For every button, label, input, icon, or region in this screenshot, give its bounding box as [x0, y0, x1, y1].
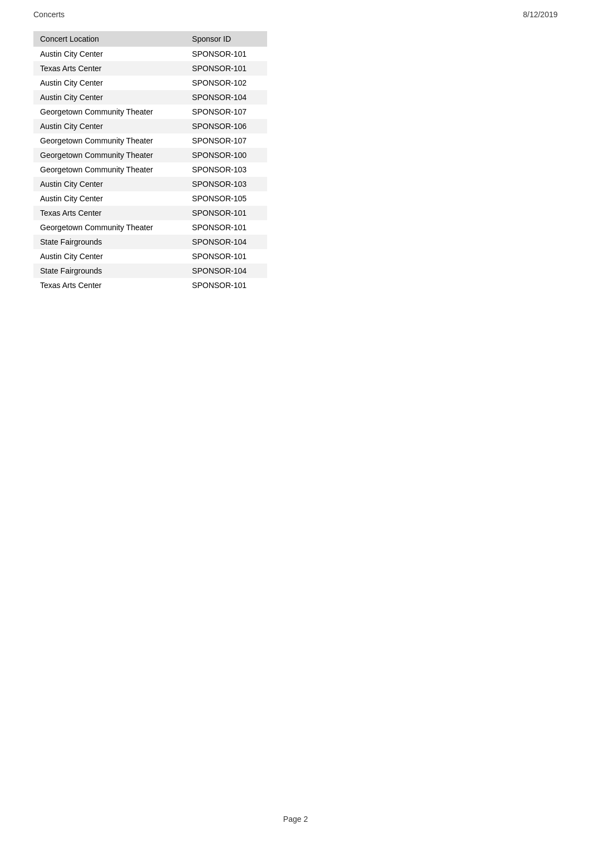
cell-sponsor-id: SPONSOR-101	[185, 249, 267, 264]
cell-sponsor-id: SPONSOR-107	[185, 105, 267, 119]
page-number: Page 2	[283, 815, 308, 824]
table-row: Texas Arts CenterSPONSOR-101	[33, 61, 267, 76]
report-title: Concerts	[33, 10, 65, 19]
table-row: Georgetown Community TheaterSPONSOR-107	[33, 105, 267, 119]
cell-location: Texas Arts Center	[33, 206, 185, 220]
cell-sponsor-id: SPONSOR-105	[185, 191, 267, 206]
table-row: Austin City CenterSPONSOR-105	[33, 191, 267, 206]
cell-sponsor-id: SPONSOR-104	[185, 90, 267, 105]
table-row: Austin City CenterSPONSOR-101	[33, 249, 267, 264]
table-row: Georgetown Community TheaterSPONSOR-101	[33, 220, 267, 235]
table-row: Austin City CenterSPONSOR-106	[33, 119, 267, 133]
cell-sponsor-id: SPONSOR-101	[185, 278, 267, 292]
concerts-table: Concert Location Sponsor ID Austin City …	[33, 31, 267, 292]
cell-location: Austin City Center	[33, 249, 185, 264]
cell-location: Austin City Center	[33, 177, 185, 191]
cell-location: Georgetown Community Theater	[33, 133, 185, 148]
table-header-row: Concert Location Sponsor ID	[33, 31, 267, 47]
table-row: Texas Arts CenterSPONSOR-101	[33, 206, 267, 220]
cell-location: Texas Arts Center	[33, 61, 185, 76]
cell-location: Austin City Center	[33, 90, 185, 105]
cell-sponsor-id: SPONSOR-100	[185, 148, 267, 162]
page-footer: Page 2	[0, 815, 591, 824]
data-table-container: Concert Location Sponsor ID Austin City …	[33, 31, 558, 292]
cell-sponsor-id: SPONSOR-101	[185, 206, 267, 220]
table-row: Georgetown Community TheaterSPONSOR-103	[33, 162, 267, 177]
cell-sponsor-id: SPONSOR-107	[185, 133, 267, 148]
table-row: Austin City CenterSPONSOR-101	[33, 47, 267, 61]
cell-location: Texas Arts Center	[33, 278, 185, 292]
column-header-location: Concert Location	[33, 31, 185, 47]
cell-sponsor-id: SPONSOR-103	[185, 162, 267, 177]
column-header-sponsor: Sponsor ID	[185, 31, 267, 47]
table-row: State FairgroundsSPONSOR-104	[33, 235, 267, 249]
cell-sponsor-id: SPONSOR-102	[185, 76, 267, 90]
cell-location: Georgetown Community Theater	[33, 220, 185, 235]
cell-sponsor-id: SPONSOR-106	[185, 119, 267, 133]
cell-sponsor-id: SPONSOR-104	[185, 235, 267, 249]
cell-location: Austin City Center	[33, 47, 185, 61]
table-row: Texas Arts CenterSPONSOR-101	[33, 278, 267, 292]
cell-sponsor-id: SPONSOR-103	[185, 177, 267, 191]
cell-sponsor-id: SPONSOR-101	[185, 61, 267, 76]
page-header: Concerts 8/12/2019	[0, 0, 591, 26]
table-row: State FairgroundsSPONSOR-104	[33, 264, 267, 278]
cell-sponsor-id: SPONSOR-101	[185, 47, 267, 61]
table-row: Georgetown Community TheaterSPONSOR-107	[33, 133, 267, 148]
table-row: Austin City CenterSPONSOR-102	[33, 76, 267, 90]
cell-location: Georgetown Community Theater	[33, 162, 185, 177]
cell-location: Georgetown Community Theater	[33, 105, 185, 119]
cell-sponsor-id: SPONSOR-101	[185, 220, 267, 235]
table-row: Austin City CenterSPONSOR-104	[33, 90, 267, 105]
cell-location: State Fairgrounds	[33, 235, 185, 249]
table-row: Georgetown Community TheaterSPONSOR-100	[33, 148, 267, 162]
cell-location: Austin City Center	[33, 119, 185, 133]
cell-location: Austin City Center	[33, 76, 185, 90]
cell-location: Georgetown Community Theater	[33, 148, 185, 162]
cell-sponsor-id: SPONSOR-104	[185, 264, 267, 278]
cell-location: State Fairgrounds	[33, 264, 185, 278]
report-date: 8/12/2019	[523, 10, 558, 19]
cell-location: Austin City Center	[33, 191, 185, 206]
table-row: Austin City CenterSPONSOR-103	[33, 177, 267, 191]
